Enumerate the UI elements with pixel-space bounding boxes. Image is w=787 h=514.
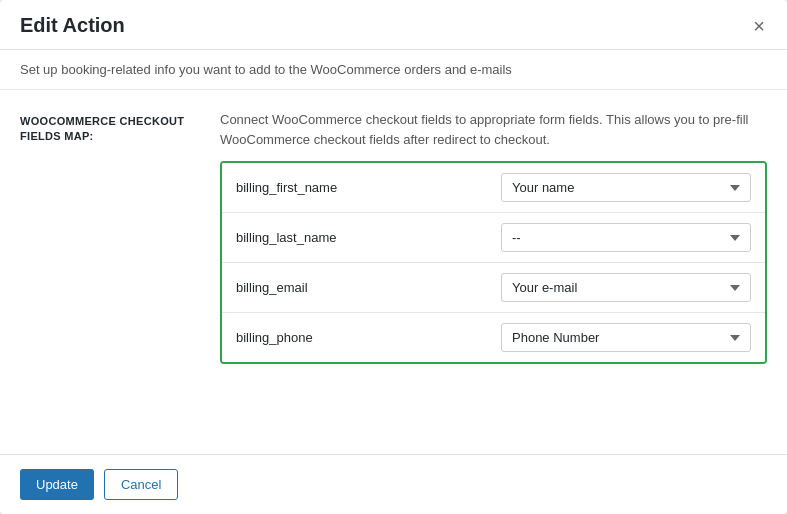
modal-header: Edit Action × [0, 0, 787, 50]
field-row: billing_email--Your nameYour e-mailPhone… [222, 263, 765, 313]
update-button[interactable]: Update [20, 469, 94, 500]
edit-action-modal: Edit Action × Set up booking-related inf… [0, 0, 787, 514]
field-select[interactable]: --Your nameYour e-mailPhone NumberYour l… [501, 273, 751, 302]
field-name: billing_email [236, 280, 501, 295]
field-name: billing_first_name [236, 180, 501, 195]
field-row: billing_last_name--Your nameYour e-mailP… [222, 213, 765, 263]
field-row: billing_first_name--Your nameYour e-mail… [222, 163, 765, 213]
field-name: billing_phone [236, 330, 501, 345]
field-name: billing_last_name [236, 230, 501, 245]
field-select[interactable]: --Your nameYour e-mailPhone NumberYour l… [501, 323, 751, 352]
section-description: Connect WooCommerce checkout fields to a… [220, 110, 767, 149]
modal-subtitle: Set up booking-related info you want to … [0, 50, 787, 90]
modal-footer: Update Cancel [0, 454, 787, 514]
field-select[interactable]: --Your nameYour e-mailPhone NumberYour l… [501, 173, 751, 202]
fields-map-container: billing_first_name--Your nameYour e-mail… [220, 161, 767, 364]
section-content: Connect WooCommerce checkout fields to a… [220, 110, 767, 434]
close-button[interactable]: × [751, 16, 767, 36]
section-label: WooCommerce Checkout Fields Map: [20, 110, 200, 434]
field-row: billing_phone--Your nameYour e-mailPhone… [222, 313, 765, 362]
cancel-button[interactable]: Cancel [104, 469, 178, 500]
field-select[interactable]: --Your nameYour e-mailPhone NumberYour l… [501, 223, 751, 252]
modal-body: WooCommerce Checkout Fields Map: Connect… [0, 90, 787, 454]
modal-title: Edit Action [20, 14, 125, 37]
